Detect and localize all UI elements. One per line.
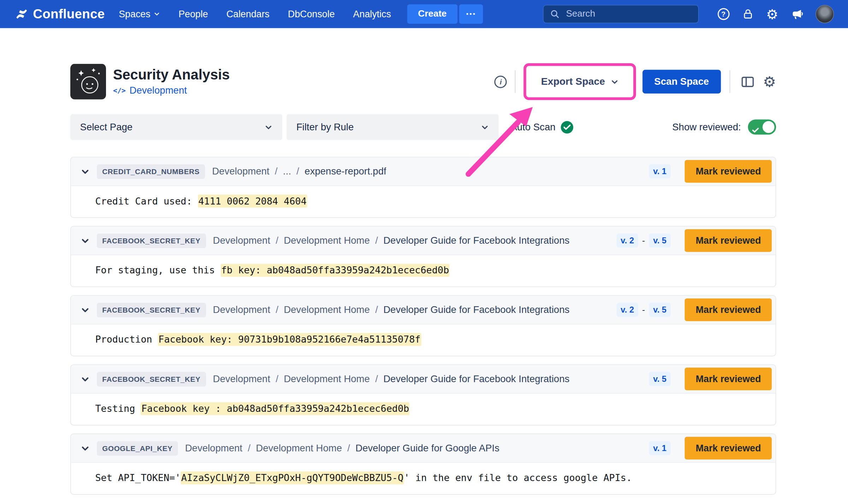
breadcrumb-segment[interactable]: ... xyxy=(283,166,291,177)
breadcrumb-segment[interactable]: expense-report.pdf xyxy=(305,166,386,177)
mark-reviewed-button[interactable]: Mark reviewed xyxy=(685,160,772,183)
breadcrumb-segment[interactable]: Development Home xyxy=(256,443,342,454)
snippet-highlight: Facebook key: 90731b9b108a952166e7e4a511… xyxy=(158,333,421,346)
breadcrumb-segment[interactable]: Development xyxy=(213,235,270,246)
nav-item-analytics[interactable]: Analytics xyxy=(353,8,391,20)
space-settings-gear-icon[interactable]: ⚙︎ xyxy=(763,74,776,89)
result-card: FACEBOOK_SECRET_KEY Development/Developm… xyxy=(70,295,776,356)
export-space-button[interactable]: Export Space xyxy=(531,70,628,93)
snippet-prefix: Testing xyxy=(95,403,141,414)
megaphone-icon[interactable] xyxy=(791,8,803,20)
confluence-home-link[interactable]: Confluence xyxy=(15,6,105,22)
snippet-highlight: Facebook key : ab048ad50ffa33959a242b1ec… xyxy=(141,402,410,415)
result-breadcrumb: Development/Development Home/Developer G… xyxy=(213,304,570,315)
result-breadcrumb: Development/.../expense-report.pdf xyxy=(212,166,386,177)
rule-badge: FACEBOOK_SECRET_KEY xyxy=(97,302,206,317)
title-block: Security Analysis </> Development xyxy=(113,67,230,96)
collapse-chevron-icon[interactable] xyxy=(81,167,90,176)
code-brackets-icon: </> xyxy=(113,87,126,95)
annotation-highlight-box: Export Space xyxy=(524,63,636,100)
show-reviewed-toggle[interactable] xyxy=(748,119,776,135)
help-icon[interactable]: ? xyxy=(717,8,729,20)
version-badge[interactable]: v. 5 xyxy=(649,372,671,386)
result-snippet: Credit Card used: 4111 0062 2084 4604 xyxy=(71,186,776,218)
snippet-suffix: ' in the env file to access google APIs. xyxy=(404,473,632,484)
search-icon xyxy=(550,9,560,19)
version-badge[interactable]: v. 1 xyxy=(649,164,671,178)
result-breadcrumb: Development/Development Home/Developer G… xyxy=(213,373,570,385)
auto-scan-status: Auto Scan xyxy=(511,121,573,133)
space-breadcrumb-link[interactable]: </> Development xyxy=(113,85,230,96)
breadcrumb-segment[interactable]: Development Home xyxy=(284,373,370,385)
search-input[interactable] xyxy=(565,8,691,20)
nav-item-calendars[interactable]: Calendars xyxy=(226,8,270,20)
nav-item-dbconsole[interactable]: DbConsole xyxy=(288,8,335,20)
scan-space-button[interactable]: Scan Space xyxy=(642,70,721,93)
filter-by-rule-dropdown[interactable]: Filter by Rule xyxy=(287,114,499,140)
user-avatar[interactable] xyxy=(815,5,834,23)
search-box[interactable] xyxy=(543,5,699,23)
breadcrumb-segment[interactable]: Developer Guide for Facebook Integration… xyxy=(383,304,570,315)
nav-item-spaces[interactable]: Spaces xyxy=(119,8,160,20)
more-actions-button[interactable]: ••• xyxy=(459,4,483,24)
breadcrumb-segment[interactable]: Developer Guide for Facebook Integration… xyxy=(383,235,570,246)
show-reviewed-control: Show reviewed: xyxy=(672,119,776,135)
collapse-chevron-icon[interactable] xyxy=(81,305,90,314)
filter-by-rule-label: Filter by Rule xyxy=(296,121,354,133)
nav-item-people[interactable]: People xyxy=(178,8,208,20)
collapse-chevron-icon[interactable] xyxy=(81,444,90,453)
breadcrumb-separator: / xyxy=(248,443,251,454)
mark-reviewed-button[interactable]: Mark reviewed xyxy=(685,229,772,252)
breadcrumb-segment[interactable]: Developer Guide for Google APIs xyxy=(355,443,499,454)
lock-icon[interactable] xyxy=(742,8,754,20)
version-badge[interactable]: v. 5 xyxy=(649,303,671,317)
version-badge[interactable]: v. 1 xyxy=(649,441,671,455)
version-badges: v. 1 xyxy=(649,164,671,178)
version-range-dash: - xyxy=(642,236,645,245)
snippet-prefix: Set API_TOKEN=' xyxy=(95,473,181,484)
nav-item-spaces-label: Spaces xyxy=(119,8,150,20)
breadcrumb-segment[interactable]: Development xyxy=(213,373,270,385)
mark-reviewed-button[interactable]: Mark reviewed xyxy=(685,298,772,321)
create-button[interactable]: Create xyxy=(407,4,457,24)
breadcrumb-separator: / xyxy=(375,235,378,246)
main-content: Security Analysis </> Development i Expo… xyxy=(0,64,848,495)
top-navigation: Confluence Spaces People Calendars DbCon… xyxy=(0,0,848,28)
toggle-check-icon xyxy=(752,124,759,136)
result-card: CREDIT_CARD_NUMBERS Development/.../expe… xyxy=(70,157,776,218)
app-window: Confluence Spaces People Calendars DbCon… xyxy=(0,0,848,504)
breadcrumb-separator: / xyxy=(276,235,278,246)
version-badge[interactable]: v. 2 xyxy=(616,303,638,317)
breadcrumb-segment[interactable]: Development xyxy=(212,166,269,177)
breadcrumb-segment[interactable]: Development Home xyxy=(284,304,370,315)
breadcrumb-segment[interactable]: Development xyxy=(213,304,270,315)
filter-row: Select Page Filter by Rule Auto Scan Sho… xyxy=(70,114,776,140)
chevron-down-icon xyxy=(264,123,272,131)
space-avatar[interactable] xyxy=(70,64,106,100)
result-breadcrumb: Development/Development Home/Developer G… xyxy=(185,443,500,454)
brand-wordmark: Confluence xyxy=(33,6,105,22)
settings-gear-icon[interactable]: ⚙︎ xyxy=(766,7,778,21)
breadcrumb-segment[interactable]: Development xyxy=(185,443,242,454)
result-snippet: For staging, use this fb key: ab048ad50f… xyxy=(71,255,776,286)
result-card: GOOGLE_API_KEY Development/Development H… xyxy=(70,434,776,495)
select-page-dropdown[interactable]: Select Page xyxy=(70,114,282,140)
show-reviewed-label: Show reviewed: xyxy=(672,121,741,133)
mark-reviewed-button[interactable]: Mark reviewed xyxy=(685,368,772,390)
breadcrumb-segment[interactable]: Development Home xyxy=(284,235,370,246)
collapse-chevron-icon[interactable] xyxy=(81,236,90,245)
version-badge[interactable]: v. 5 xyxy=(649,233,671,248)
toggle-knob xyxy=(762,121,775,133)
collapse-chevron-icon[interactable] xyxy=(81,374,90,384)
info-icon[interactable]: i xyxy=(495,76,507,88)
auto-scan-check-icon xyxy=(561,121,573,133)
mark-reviewed-button[interactable]: Mark reviewed xyxy=(685,437,772,459)
page-title: Security Analysis xyxy=(113,67,230,82)
result-snippet: Testing Facebook key : ab048ad50ffa33959… xyxy=(71,393,776,425)
side-panel-icon[interactable] xyxy=(740,74,755,89)
version-badge[interactable]: v. 2 xyxy=(616,233,638,248)
snippet-highlight: AIzaSyCLWjZ0_ETxgPOxH-gQYT9ODeWcBBZU5-Q xyxy=(181,472,404,485)
space-name: Development xyxy=(130,85,187,96)
breadcrumb-separator: / xyxy=(275,166,278,177)
breadcrumb-segment[interactable]: Developer Guide for Facebook Integration… xyxy=(383,373,570,385)
